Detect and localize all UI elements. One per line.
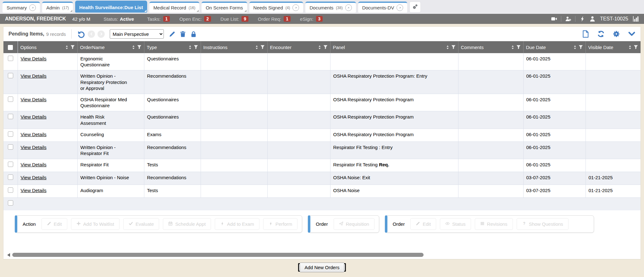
- filter-icon[interactable]: [137, 45, 142, 49]
- column-header-type[interactable]: Type: [144, 41, 201, 53]
- sort-icon[interactable]: [188, 45, 192, 50]
- view-details-link[interactable]: View Details: [21, 162, 47, 167]
- tab-on-screen-forms[interactable]: On Screen Forms: [202, 2, 247, 13]
- row-checkbox[interactable]: [8, 162, 13, 167]
- action-button-label: Edit: [54, 221, 62, 227]
- gear-button[interactable]: [613, 30, 620, 38]
- external-link-icon[interactable]: [397, 4, 403, 11]
- view-details-link[interactable]: View Details: [21, 188, 47, 193]
- trash-button[interactable]: [180, 31, 186, 37]
- external-link-icon[interactable]: [29, 4, 36, 11]
- select-all-checkbox[interactable]: [8, 45, 13, 50]
- perspective-select[interactable]: Main Perspective: [110, 29, 164, 39]
- bar-chart-icon[interactable]: [633, 16, 639, 22]
- sort-icon[interactable]: [65, 45, 69, 50]
- column-header-ordername[interactable]: OrderName: [77, 41, 144, 53]
- filter-icon[interactable]: [579, 45, 583, 49]
- row-checkbox[interactable]: [8, 56, 13, 61]
- sort-icon[interactable]: [628, 45, 632, 50]
- horizontal-scrollbar: [3, 251, 641, 259]
- action-button-edit[interactable]: Edit: [410, 218, 436, 230]
- lock-button[interactable]: [190, 31, 197, 37]
- action-button-edit[interactable]: Edit: [42, 218, 67, 230]
- sort-icon[interactable]: [511, 45, 514, 50]
- view-details-link[interactable]: View Details: [21, 145, 47, 150]
- column-header-instructions[interactable]: Instructions: [201, 41, 267, 53]
- action-button-revisions[interactable]: Revisions: [475, 218, 513, 230]
- view-details-link[interactable]: View Details: [21, 175, 47, 180]
- tab-medical-record[interactable]: Medical Record(16): [149, 2, 200, 13]
- column-header-panel[interactable]: Panel: [330, 41, 458, 53]
- filter-icon[interactable]: [260, 45, 265, 49]
- tab-needs-signed[interactable]: Needs Signed(4): [249, 2, 303, 13]
- sort-icon[interactable]: [573, 45, 577, 50]
- row-checkbox[interactable]: [8, 97, 13, 102]
- tab-settings-button[interactable]: [409, 2, 421, 13]
- row-checkbox[interactable]: [8, 131, 13, 137]
- view-details-link[interactable]: View Details: [21, 114, 47, 119]
- video-camera-icon[interactable]: [551, 16, 557, 22]
- action-button-status[interactable]: Status: [440, 218, 471, 230]
- refresh-button[interactable]: [597, 30, 605, 38]
- external-link-icon[interactable]: [292, 4, 299, 11]
- row-checkbox[interactable]: [8, 114, 13, 119]
- chevron-down-button[interactable]: [628, 30, 636, 38]
- sort-icon[interactable]: [318, 45, 321, 50]
- action-button-add-to-exam[interactable]: Add to Exam: [215, 218, 259, 230]
- cell-order-name: OSHA Respirator Med Questionnaire: [77, 94, 144, 111]
- tab-label: Summary: [7, 5, 27, 10]
- row-checkbox[interactable]: [8, 200, 13, 206]
- row-checkbox[interactable]: [8, 144, 13, 150]
- column-header-options[interactable]: Options: [18, 41, 77, 53]
- scroll-left-arrow[interactable]: [7, 253, 10, 257]
- tab-health-surveillance-due-list[interactable]: Health Surveillance:Due List: [75, 1, 147, 13]
- undo-button[interactable]: [77, 30, 85, 38]
- row-checkbox[interactable]: [8, 187, 13, 193]
- row-checkbox[interactable]: [8, 175, 13, 180]
- filter-icon[interactable]: [194, 45, 198, 49]
- pencil-button[interactable]: [169, 31, 175, 37]
- view-details-link[interactable]: View Details: [21, 73, 47, 79]
- column-header-encounter[interactable]: Encounter: [267, 41, 330, 53]
- chevron-left-button[interactable]: [88, 30, 95, 38]
- view-details-link[interactable]: View Details: [21, 56, 47, 61]
- add-new-orders-button[interactable]: Add New Orders: [298, 263, 346, 272]
- action-bar-accent: [15, 215, 17, 233]
- gears-icon: [412, 4, 418, 11]
- cell-options: View Details: [18, 172, 77, 185]
- view-details-link[interactable]: View Details: [21, 97, 47, 102]
- tab-summary[interactable]: Summary: [3, 2, 40, 13]
- filter-icon[interactable]: [516, 45, 521, 49]
- action-button-add-to-waitlist[interactable]: Add To Waitlist: [71, 218, 119, 230]
- scrollbar-thumb[interactable]: [12, 253, 424, 257]
- sort-icon[interactable]: [132, 45, 135, 50]
- action-button-perform[interactable]: Perform: [263, 218, 297, 230]
- filter-icon[interactable]: [70, 45, 75, 49]
- action-button-schedule-appt[interactable]: Schedule Appt: [163, 218, 211, 230]
- sort-icon[interactable]: [255, 45, 258, 50]
- tab-documents-dv[interactable]: Documents-DV: [358, 2, 408, 13]
- column-header-due-date[interactable]: Due Date: [523, 41, 586, 53]
- cell-due-date: 06-01-2025: [523, 53, 586, 70]
- action-button-requisition[interactable]: Requisition: [334, 218, 375, 230]
- new-file-button[interactable]: [582, 30, 589, 38]
- tab-admin[interactable]: Admin(17): [42, 2, 73, 13]
- action-button-label: Status: [452, 221, 466, 227]
- filter-icon[interactable]: [323, 45, 328, 49]
- column-header-visible-date[interactable]: Visible Date: [586, 41, 641, 53]
- filter-icon[interactable]: [451, 45, 456, 49]
- column-label: Encounter: [270, 45, 316, 50]
- action-button-show-questions[interactable]: ?Show Questions: [517, 218, 569, 230]
- sort-icon[interactable]: [446, 45, 449, 50]
- cell-checkbox: [3, 94, 18, 111]
- row-checkbox[interactable]: [8, 73, 13, 78]
- action-button-evaluate[interactable]: Evaluate: [123, 218, 159, 230]
- lightning-icon[interactable]: [579, 16, 586, 22]
- view-details-link[interactable]: View Details: [21, 132, 47, 137]
- tab-documents[interactable]: Documents(38): [305, 2, 356, 13]
- external-link-icon[interactable]: [345, 4, 352, 11]
- chevron-right-button[interactable]: [97, 30, 105, 38]
- filter-icon[interactable]: [634, 45, 638, 49]
- person-plus-icon[interactable]: [565, 16, 571, 22]
- column-header-comments[interactable]: Comments: [458, 41, 523, 53]
